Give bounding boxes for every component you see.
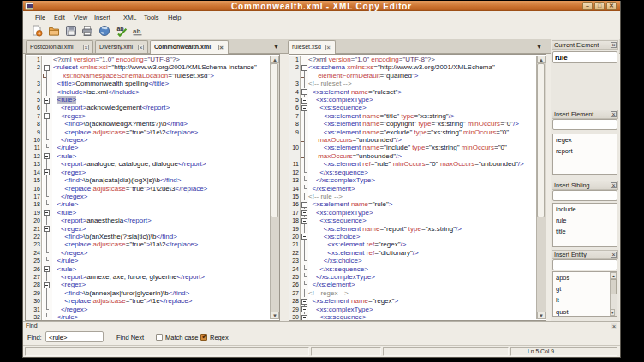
svg-text:ab: ab: [116, 26, 123, 32]
svg-text:ab: ab: [133, 27, 140, 35]
